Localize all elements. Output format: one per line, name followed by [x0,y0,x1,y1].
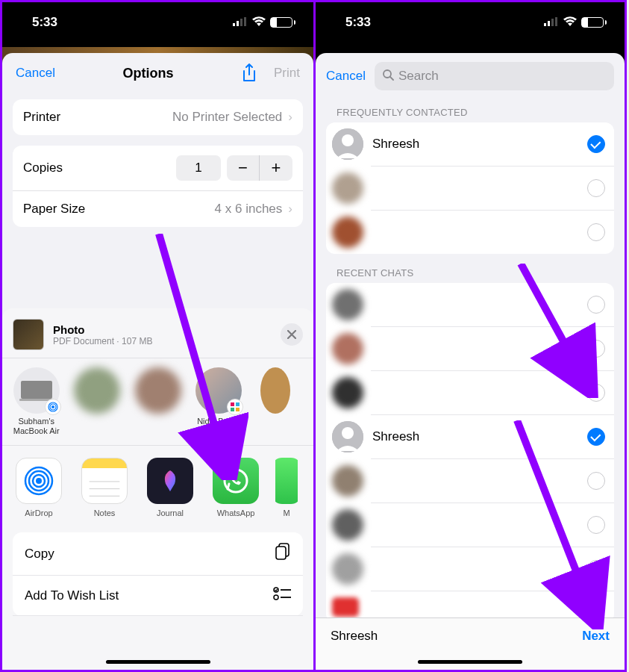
app-whatsapp[interactable]: WhatsApp [210,458,262,517]
app-more[interactable]: M [275,458,298,517]
svg-rect-0 [233,23,235,26]
svg-point-6 [51,405,54,408]
avatar [332,509,363,541]
svg-point-24 [274,595,278,600]
contact-row[interactable] [326,211,614,254]
cancel-button[interactable]: Cancel [326,69,366,84]
messages-icon [275,458,298,504]
share-subtitle: PDF Document · 107 MB [53,336,152,346]
avatar [332,377,363,408]
avatar [332,289,363,320]
contact-suggestion[interactable] [134,367,181,436]
chevron-right-icon: › [288,202,292,217]
wifi-icon [563,15,577,30]
contact-row[interactable] [326,167,614,210]
document-thumbnail [13,319,44,350]
status-time: 5:33 [32,15,57,30]
contact-row[interactable]: Shreesh [326,415,614,458]
search-input[interactable]: Search [375,62,614,90]
share-title: Photo [53,323,152,336]
printer-value: No Printer Selected [172,110,282,125]
minus-icon[interactable]: − [227,155,260,181]
checkbox-icon[interactable] [587,560,605,578]
print-button[interactable]: Print [274,66,300,81]
section-header-recent: RECENT CHATS [316,254,625,283]
share-sheet: Photo PDF Document · 107 MB Subham's Mac… [2,308,313,670]
frequent-list: Shreesh [326,122,614,254]
airdrop-icon [16,458,62,504]
search-placeholder: Search [398,69,439,84]
wishlist-icon [273,586,291,605]
person-label: Nidhi Bohra [197,417,240,426]
app-notes[interactable]: Notes [78,458,131,517]
battery-icon: 29 [581,17,607,28]
avatar-placeholder-icon [332,421,363,452]
contact-row[interactable]: Shreesh [326,122,614,166]
copies-label: Copies [23,161,176,175]
svg-rect-22 [276,547,286,559]
checkbox-icon[interactable] [587,516,605,534]
close-icon[interactable] [281,323,303,346]
left-screenshot: 5:33 29 Cancel Options Print [0,0,313,672]
contact-row[interactable] [326,591,614,617]
wifi-icon [252,15,266,30]
journal-icon [147,458,193,504]
contact-row[interactable] [326,327,614,370]
contact-row[interactable] [326,547,614,591]
apps-row[interactable]: AirDrop Notes Journal [2,446,313,528]
checkbox-icon[interactable] [587,296,605,314]
checkbox-icon[interactable] [587,179,605,197]
airdrop-badge-icon [45,399,61,415]
checkbox-checked-icon[interactable] [587,135,605,153]
copies-stepper[interactable]: − + [227,155,292,181]
copy-action[interactable]: Copy [13,532,303,576]
contact-row[interactable] [326,459,614,503]
svg-rect-9 [231,402,234,406]
paper-size-row[interactable]: Paper Size 4 x 6 inches › [13,191,303,227]
people-row[interactable]: Subham's MacBook Air Nidhi Bo [2,358,313,446]
share-icon[interactable] [241,63,257,83]
section-header-frequent: FREQUENTLY CONTACTED [316,93,625,122]
contact-row[interactable] [326,371,614,414]
printer-row[interactable]: Printer No Printer Selected › [13,99,303,135]
next-button[interactable]: Next [582,629,610,644]
app-airdrop[interactable]: AirDrop [13,458,65,517]
checkbox-icon[interactable] [587,223,605,241]
copies-value[interactable]: 1 [176,155,221,181]
checkbox-icon[interactable] [587,472,605,490]
checkbox-icon[interactable] [587,340,605,358]
checkbox-checked-icon[interactable] [587,428,605,446]
home-indicator[interactable] [106,660,210,664]
avatar [332,172,363,204]
airdrop-target[interactable]: Subham's MacBook Air [13,367,60,436]
wishlist-action[interactable]: Add To Wish List [13,576,303,616]
chevron-right-icon: › [288,110,292,125]
svg-point-35 [342,134,354,146]
checkbox-icon[interactable] [587,384,605,402]
svg-rect-30 [551,19,554,26]
page-title: Options [122,66,173,81]
app-journal[interactable]: Journal [144,458,196,517]
contact-suggestion[interactable] [73,367,120,436]
svg-rect-31 [555,17,557,26]
avatar [332,597,359,617]
paper-size-label: Paper Size [23,202,215,217]
right-screenshot: 5:33 29 Cancel Search FREQUE [313,0,627,672]
plus-icon[interactable]: + [260,155,292,181]
avatar [332,333,363,364]
whatsapp-icon [213,458,259,504]
cancel-button[interactable]: Cancel [16,66,55,81]
copy-label: Copy [25,547,54,561]
contact-row[interactable] [326,503,614,547]
avatar [332,553,363,585]
contact-row[interactable] [326,283,614,326]
contact-name: Shreesh [372,137,578,152]
status-bar: 5:33 29 [2,2,313,47]
home-indicator[interactable] [418,660,522,664]
paper-size-value: 4 x 6 inches [215,202,283,217]
notes-icon [81,458,128,504]
svg-rect-4 [21,381,52,399]
cellular-icon [544,15,559,30]
contact-suggestion[interactable] [256,367,303,436]
contact-suggestion[interactable]: Nidhi Bohra [195,367,242,436]
